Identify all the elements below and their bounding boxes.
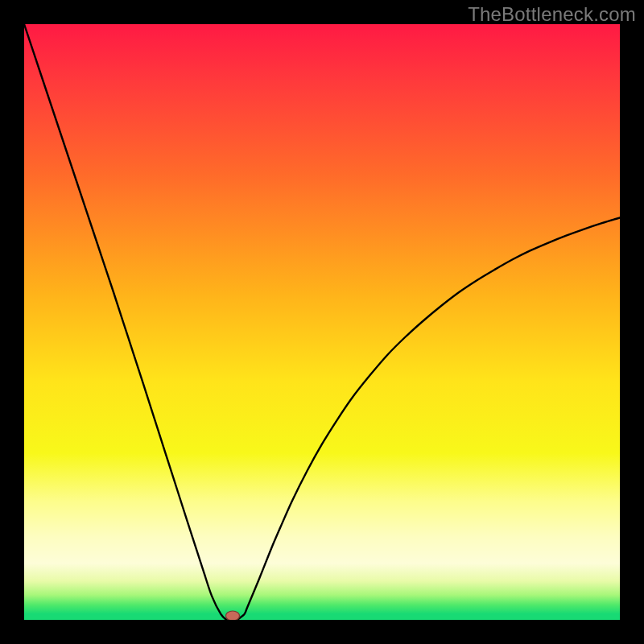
plot-area (24, 24, 620, 620)
minimum-marker (226, 611, 240, 620)
attribution-text: TheBottleneck.com (468, 3, 636, 26)
chart-frame: TheBottleneck.com (0, 0, 644, 644)
gradient-background (24, 24, 620, 620)
bottleneck-chart (24, 24, 620, 620)
